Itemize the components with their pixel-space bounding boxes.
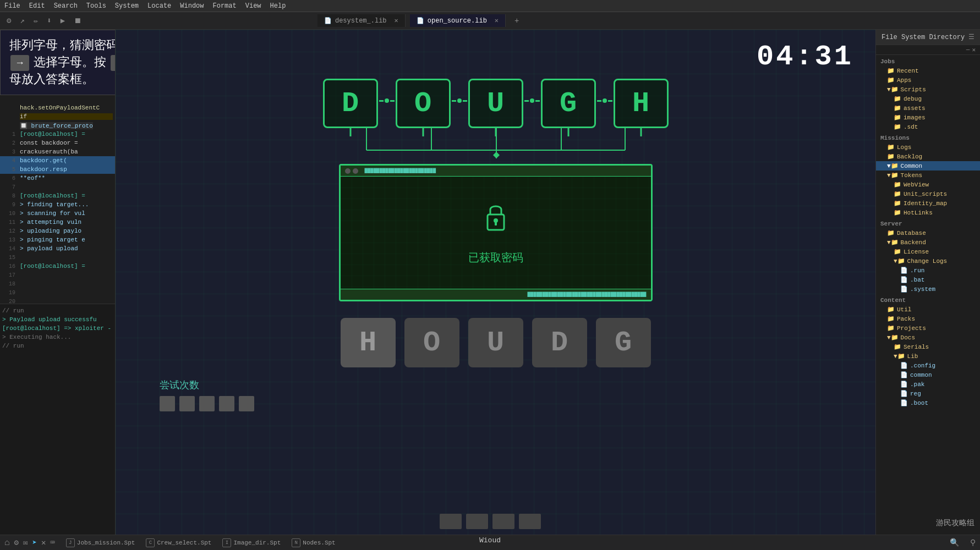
word-tile-o: O xyxy=(396,79,451,128)
bottom-icon-x[interactable]: ✕ xyxy=(41,538,46,547)
close-panel-button[interactable]: ✕ xyxy=(972,46,976,53)
toolbar-icon-1[interactable]: ⚙ xyxy=(4,15,13,26)
menu-search[interactable]: Search xyxy=(54,2,78,10)
tree-item-packs[interactable]: 📁Packs xyxy=(876,314,980,323)
code-line-7: 7 xyxy=(0,183,115,191)
svg-rect-10 xyxy=(495,221,497,226)
tree-item-scripts[interactable]: ▼📁Scripts xyxy=(876,85,980,94)
letter-choice-g[interactable]: G xyxy=(596,318,651,367)
section-content: Content xyxy=(876,294,980,305)
tree-item-apps[interactable]: 📁Apps xyxy=(876,75,980,85)
letter-choice-u[interactable]: U xyxy=(468,318,523,367)
folder-icon: 📁 xyxy=(894,190,901,197)
toolbar-icon-5[interactable]: ▶ xyxy=(58,15,67,26)
word-tile-h: H xyxy=(614,79,669,128)
code-line: if xyxy=(0,112,115,121)
code-editor-content: hack.setOnPayloadSentC if 🔲 brute_force_… xyxy=(0,101,115,326)
bottom-icon-arrow[interactable]: ➤ xyxy=(32,538,36,547)
bottom-left-icons: ⌂ ⚙ ✉ ➤ ✕ ⌨ xyxy=(4,538,55,548)
tree-item-changelogs[interactable]: ▼📁Change Logs xyxy=(876,256,980,266)
section-jobs: Jobs xyxy=(876,55,980,66)
code-line-19: 19 xyxy=(0,288,115,297)
toolbar-icon-4[interactable]: ⬇ xyxy=(45,15,53,26)
menu-tools[interactable]: Tools xyxy=(86,2,106,10)
filesystem-panel: File System Directory ☰ — ✕ Jobs 📁Recent… xyxy=(875,30,980,535)
tree-item-projects[interactable]: 📁Projects xyxy=(876,323,980,333)
tree-item-reg[interactable]: 📄reg xyxy=(876,389,980,398)
bottom-icon-gear[interactable]: ⚙ xyxy=(14,538,19,547)
bottom-icon-mail[interactable]: ✉ xyxy=(23,538,28,547)
tree-item-images[interactable]: 📁images xyxy=(876,113,980,122)
tree-item-common-file[interactable]: 📄common xyxy=(876,370,980,380)
tab-opensource[interactable]: 📄 open_source.lib ✕ xyxy=(410,14,506,27)
tree-item-serials[interactable]: 📁Serials xyxy=(876,342,980,351)
menu-format[interactable]: Format xyxy=(213,2,237,10)
folder-icon: ▼📁 xyxy=(894,353,905,360)
tree-item-boot[interactable]: 📄.boot xyxy=(876,398,980,408)
tree-item-common[interactable]: ▼📁Common xyxy=(876,161,980,170)
word-tiles-row: D O U xyxy=(323,79,669,128)
tree-item-license[interactable]: 📁License xyxy=(876,247,980,256)
tree-item-backlog[interactable]: 📁Backlog xyxy=(876,152,980,161)
menu-file[interactable]: File xyxy=(4,2,20,10)
bottom-icon-right[interactable]: ⚲ xyxy=(970,538,976,547)
bottom-tab-jobs[interactable]: J Jobs_mission.Spt xyxy=(66,538,135,547)
tree-item-config[interactable]: 📄.config xyxy=(876,361,980,370)
tree-item-lib[interactable]: ▼📁Lib xyxy=(876,351,980,361)
menu-locate[interactable]: Locate xyxy=(147,2,171,10)
tab-desystem[interactable]: 📄 desystem_.lib ✕ xyxy=(317,14,406,27)
menu-help[interactable]: Help xyxy=(270,2,286,10)
toolbar-icon-2[interactable]: ↗ xyxy=(18,15,26,26)
menu-view[interactable]: View xyxy=(245,2,261,10)
toolbar-icon-6[interactable]: ⏹ xyxy=(72,15,84,26)
word-tile-g: G xyxy=(541,79,596,128)
term-line: [root@localhost] => xploiter - xyxy=(2,324,113,333)
toolbar-icon-3[interactable]: ✏ xyxy=(31,15,40,26)
hamburger-icon[interactable]: ☰ xyxy=(968,33,974,41)
tree-item-bat[interactable]: 📄.bat xyxy=(876,275,980,284)
tree-item-docs[interactable]: ▼📁Docs xyxy=(876,333,980,342)
file-icon: 📄 xyxy=(900,371,908,378)
tree-item-identitymap[interactable]: 📁Identity_map xyxy=(876,199,980,208)
letter-choice-h[interactable]: H xyxy=(341,318,396,367)
tree-item-recent[interactable]: 📁Recent xyxy=(876,66,980,75)
minimize-button[interactable]: — xyxy=(966,46,970,53)
tree-item-logs[interactable]: 📁Logs xyxy=(876,142,980,152)
word-tile-u: U xyxy=(468,79,523,128)
folder-icon: 📁 xyxy=(894,123,901,130)
code-line-10: 10 > scanning for vul xyxy=(0,209,115,218)
bottom-tab-crew[interactable]: C Crew_select.Spt xyxy=(146,538,211,547)
tree-item-debug[interactable]: 📁debug xyxy=(876,94,980,103)
tree-item-run[interactable]: 📄.run xyxy=(876,266,980,275)
bottom-tab-nodes[interactable]: N Nodes.Spt xyxy=(292,538,335,547)
tree-item-sdt[interactable]: 📁.sdt xyxy=(876,122,980,131)
bottom-icon-home[interactable]: ⌂ xyxy=(4,538,10,548)
watermark: 游民攻略组 xyxy=(936,518,974,528)
code-line-8: 8 [root@localhost] = xyxy=(0,191,115,200)
menu-window[interactable]: Window xyxy=(180,2,204,10)
tree-item-webview[interactable]: 📁WebView xyxy=(876,180,980,189)
bottom-icon-term[interactable]: ⌨ xyxy=(50,538,54,547)
folder-icon: ▼📁 xyxy=(887,172,899,179)
tree-item-unitscripts[interactable]: 📁Unit_scripts xyxy=(876,189,980,199)
folder-icon: 📁 xyxy=(894,114,901,121)
tree-item-backend[interactable]: ▼📁Backend xyxy=(876,238,980,247)
menu-system[interactable]: System xyxy=(115,2,139,10)
tree-item-database[interactable]: 📁Database xyxy=(876,228,980,238)
folder-icon: 📁 xyxy=(887,315,895,322)
panel-controls: — ✕ xyxy=(876,45,980,55)
letter-choice-d[interactable]: D xyxy=(532,318,587,367)
code-line-9: 9 > finding target... xyxy=(0,200,115,209)
tree-item-hotlinks[interactable]: 📁HotLinks xyxy=(876,208,980,217)
add-tab-button[interactable]: + xyxy=(512,15,521,26)
tree-item-tokens[interactable]: ▼📁Tokens xyxy=(876,170,980,180)
tree-item-pak[interactable]: 📄.pak xyxy=(876,380,980,389)
bottom-icon-search[interactable]: 🔍 xyxy=(950,538,959,547)
letter-choices[interactable]: H O U D G xyxy=(341,318,651,367)
tree-item-util[interactable]: 📁Util xyxy=(876,305,980,314)
bottom-tab-image[interactable]: I Image_dir.Spt xyxy=(222,538,281,547)
tree-item-assets[interactable]: 📁assets xyxy=(876,103,980,113)
letter-choice-o[interactable]: O xyxy=(404,318,459,367)
menu-edit[interactable]: Edit xyxy=(29,2,45,10)
tree-item-system[interactable]: 📄.system xyxy=(876,284,980,294)
